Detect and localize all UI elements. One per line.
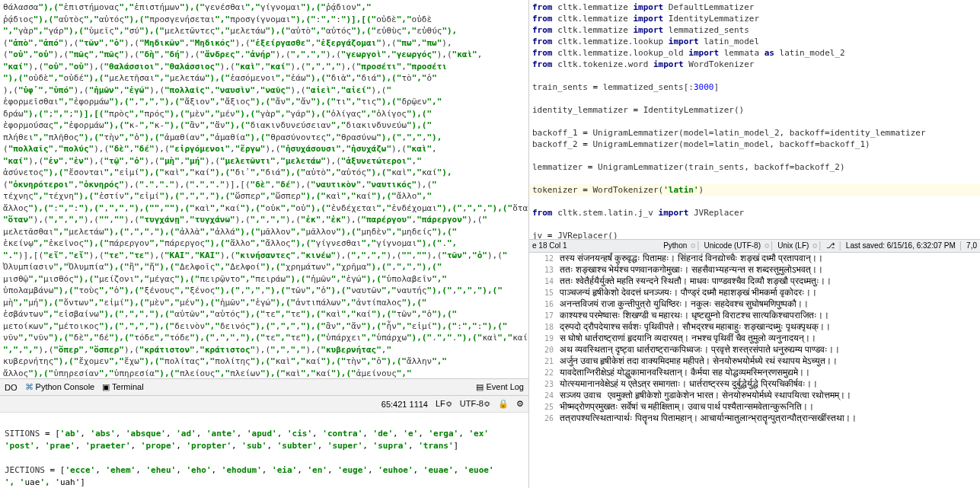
python-editor[interactable]: from cltk.lemmatize import DefaultLemmat… (529, 0, 980, 239)
sanskrit-text: काश्यश्च परमेष्वासः शिखण्डी च महारथः। धृ… (560, 310, 829, 321)
sanskrit-text: अनन्तविजयं राजा कुन्तीपुत्रो युधिष्ठिरः।… (560, 298, 809, 310)
line-number: 21 (529, 356, 560, 367)
left-toolbar: DO ⌘ Python Console ▣ Terminal ▤ Event L… (0, 378, 528, 395)
line-number: 22 (529, 367, 560, 378)
terminal-icon: ▣ (102, 382, 110, 391)
latin-lists-panel[interactable]: SITIONS = ['ab', 'abs', 'absque', 'ad', … (0, 412, 528, 488)
line-number: 16 (529, 298, 560, 310)
line-row: 24सञ्जय उवाच एवमुक्तो हृषीकेशो गुडाकेशेन… (529, 390, 980, 401)
sanskrit-text: तत्रापश्यत्स्थितान्पार्थः पितॄनथ पितामहा… (560, 413, 857, 424)
sanskrit-text: पाञ्चजन्यं हृषीकेशो देवदत्तं धनञ्जयः। पौ… (560, 287, 817, 298)
sanskrit-text: सञ्जय उवाच एवमुक्तो हृषीकेशो गुडाकेशेन भ… (560, 390, 851, 401)
line-number: 20 (529, 344, 560, 356)
zoom-label: 7,0 (966, 241, 977, 250)
line-ending-selector[interactable]: LF≎ (436, 399, 452, 409)
cursor-position: e 18 Col 1 (532, 241, 567, 250)
line-row: 12तस्य संजनयन्हर्षं कुरुवृद्धः पितामहः। … (529, 253, 980, 264)
line-row: 16अनन्तविजयं राजा कुन्तीपुत्रो युधिष्ठिर… (529, 298, 980, 310)
sanskrit-panel[interactable]: 12तस्य संजनयन्हर्षं कुरुवृद्धः पितामहः। … (529, 253, 980, 489)
gear-icon[interactable]: ⚙ (516, 399, 524, 409)
line-number: 23 (529, 378, 560, 390)
line-number: 14 (529, 276, 560, 287)
lock-icon[interactable]: 🔒 (498, 399, 509, 409)
line-row: 15पाञ्चजन्यं हृषीकेशो देवदत्तं धनञ्जयः। … (529, 287, 980, 298)
line-number: 25 (529, 401, 560, 413)
line-number: 17 (529, 310, 560, 321)
log-icon: ▤ (476, 382, 484, 391)
line-row: 21अर्जुन उवाच हृषीकेशं तदा वाक्यमिदमाह म… (529, 356, 980, 367)
line-number: 18 (529, 321, 560, 333)
sanskrit-text: अथ व्यवस्थितान् दृष्ट्वा धार्तराष्ट्रान्… (560, 344, 840, 356)
line-number: 19 (529, 333, 560, 344)
sanskrit-text: अर्जुन उवाच हृषीकेशं तदा वाक्यमिदमाह मही… (560, 356, 838, 367)
line-number: 24 (529, 390, 560, 401)
encoding-selector[interactable]: Unicode (UTF-8) (704, 241, 761, 250)
line-number: 12 (529, 253, 560, 264)
sanskrit-text: यावदेतान्निरीक्षेऽहं योद्धुकामानवस्थितान… (560, 367, 810, 378)
line-row: 20अथ व्यवस्थितान् दृष्ट्वा धार्तराष्ट्रा… (529, 344, 980, 356)
greek-tuples-editor[interactable]: θάλασσα"),("ἐπιστήμονας","ἐπιστήμων"),("… (0, 0, 528, 378)
line-number: 15 (529, 287, 560, 298)
sanskrit-text: भीष्मद्रोणप्रमुखतः सर्वेषां च महीक्षिताम… (560, 401, 814, 413)
encoding-selector[interactable]: UTF-8≎ (460, 399, 490, 409)
language-selector[interactable]: Python (663, 241, 687, 250)
python-console-tab[interactable]: ⌘ Python Console (25, 382, 95, 392)
branch-icon[interactable]: ⎇ (826, 241, 835, 250)
line-ending-selector[interactable]: Unix (LF) (777, 241, 809, 250)
line-row: 25भीष्मद्रोणप्रमुखतः सर्वेषां च महीक्षित… (529, 401, 980, 413)
line-row: 23योत्स्यमानानवेक्षेऽहं य एतेऽत्र समागता… (529, 378, 980, 390)
last-saved-label: Last saved: 6/15/16, 6:32:07 PM (846, 241, 956, 250)
line-row: 18द्रुपदो द्रौपदेयाश्च सर्वशः पृथिवीपते।… (529, 321, 980, 333)
left-statusbar: 65:421 1114 LF≎ UTF-8≎ 🔒 ⚙ (0, 395, 528, 412)
line-number: 13 (529, 264, 560, 276)
line-row: 14ततः श्वेतैर्हयैर्युक्ते महति स्यन्दने … (529, 276, 980, 287)
python-icon: ⌘ (25, 382, 34, 391)
line-row: 19स घोषो धार्तराष्ट्राणां हृदयानि व्यदार… (529, 333, 980, 344)
line-row: 22यावदेतान्निरीक्षेऽहं योद्धुकामानवस्थित… (529, 367, 980, 378)
right-pane: from cltk.lemmatize import DefaultLemmat… (529, 0, 980, 488)
sanskrit-text: तस्य संजनयन्हर्षं कुरुवृद्धः पितामहः। सि… (560, 253, 823, 264)
sanskrit-text: योत्स्यमानानवेक्षेऽहं य एतेऽत्र समागताः।… (560, 378, 818, 390)
line-row: 17काश्यश्च परमेष्वासः शिखण्डी च महारथः। … (529, 310, 980, 321)
left-pane: θάλασσα"),("ἐπιστήμονας","ἐπιστήμων"),("… (0, 0, 529, 488)
right-statusbar: e 18 Col 1 Python ≎│ Unicode (UTF-8) ≎│ … (529, 239, 980, 253)
sanskrit-text: ततः शङ्खाश्च भेर्यश्च पणवानकगोमुखाः। सहस… (560, 264, 823, 276)
event-log-tab[interactable]: ▤ Event Log (476, 382, 524, 392)
do-label: DO (5, 383, 18, 392)
line-row: 13ततः शङ्खाश्च भेर्यश्च पणवानकगोमुखाः। स… (529, 264, 980, 276)
cursor-position: 65:421 1114 (381, 400, 428, 409)
sanskrit-text: स घोषो धार्तराष्ट्राणां हृदयानि व्यदारयत… (560, 333, 816, 344)
terminal-tab[interactable]: ▣ Terminal (102, 382, 143, 392)
sanskrit-text: द्रुपदो द्रौपदेयाश्च सर्वशः पृथिवीपते। स… (560, 321, 831, 333)
line-row: 26तत्रापश्यत्स्थितान्पार्थः पितॄनथ पिताम… (529, 413, 980, 424)
line-number: 26 (529, 413, 560, 424)
sanskrit-text: ततः श्वेतैर्हयैर्युक्ते महति स्यन्दने स्… (560, 276, 832, 287)
